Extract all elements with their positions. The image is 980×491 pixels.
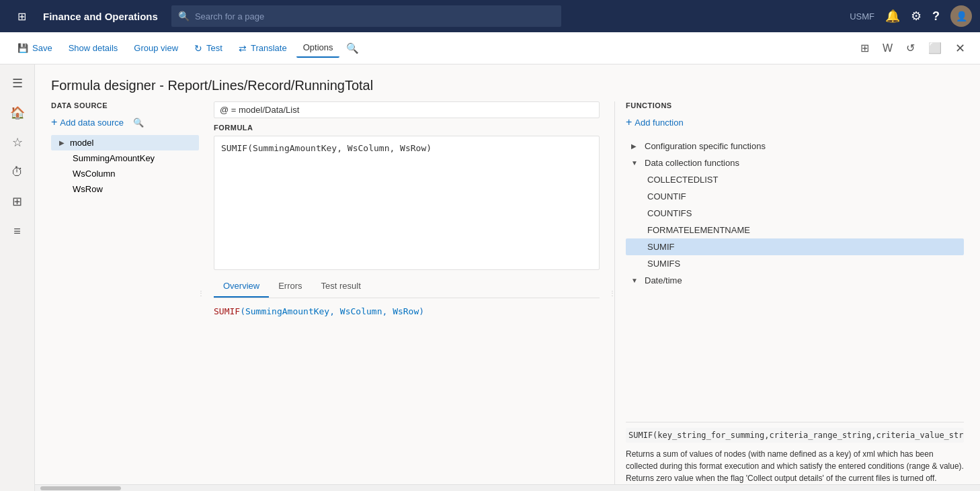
formula-editor[interactable]: [214, 136, 600, 270]
sidebar-home-icon[interactable]: 🏠: [4, 99, 31, 126]
user-company: USMF: [850, 11, 874, 21]
fn-sumif-label: SUMIF: [647, 242, 674, 252]
tree-child-wscolumn[interactable]: WsColumn: [51, 166, 199, 181]
fn-formatelementname-label: FORMATELEMENTNAME: [647, 225, 750, 235]
translate-label: Translate: [251, 43, 287, 53]
tree-root-model[interactable]: ▶ model: [51, 135, 199, 150]
overview-content: SUMIF(SummingAmountKey, WsColumn, WsRow): [214, 298, 600, 324]
fn-item-collectedlist[interactable]: COLLECTEDLIST: [626, 171, 964, 188]
fn-group-config-label: Configuration specific functions: [645, 141, 766, 151]
reload-icon[interactable]: ↺: [902, 38, 919, 58]
fn-signature: SUMIF(key_string_for_summing,criteria_ra…: [626, 428, 964, 443]
save-button[interactable]: 💾 Save: [11, 39, 59, 57]
data-source-actions: + Add data source 🔍: [51, 115, 199, 130]
expand-model-icon: ▶: [56, 139, 67, 146]
fn-group-datetime-label: Date/time: [645, 275, 682, 285]
functions-panel: FUNCTIONS + Add function ▶ Configuration…: [614, 101, 964, 484]
fn-group-config[interactable]: ▶ Configuration specific functions: [626, 138, 964, 154]
test-label: Test: [206, 43, 222, 53]
search-placeholder: Search for a page: [195, 11, 264, 21]
overview-param2: WsColumn: [340, 306, 382, 316]
page-title: Formula designer - Report/Lines/Record/R…: [35, 64, 980, 101]
tree-root-label: model: [70, 138, 93, 148]
top-nav-bar: ⊞ Finance and Operations 🔍 Search for a …: [0, 0, 980, 32]
wsrow-label: WsRow: [73, 184, 103, 194]
fn-item-formatelementname[interactable]: FORMATELEMENTNAME: [626, 222, 964, 238]
settings-icon[interactable]: ⚙: [911, 9, 922, 24]
toolbar-right: ⊞ W ↺ ⬜ ✕: [856, 37, 969, 60]
fn-item-sumifs[interactable]: SUMIFS: [626, 255, 964, 272]
save-icon: 💾: [17, 43, 28, 53]
options-button[interactable]: Options: [296, 38, 340, 58]
grid-menu-icon[interactable]: ⊞: [8, 3, 35, 30]
help-icon[interactable]: ?: [932, 9, 940, 24]
data-source-tree: ▶ model SummingAmountKey WsColumn WsRow: [51, 135, 199, 197]
show-details-button[interactable]: Show details: [62, 39, 125, 57]
summingamountkey-label: SummingAmountKey: [73, 153, 155, 163]
avatar[interactable]: 👤: [950, 5, 972, 27]
functions-title: FUNCTIONS: [626, 101, 964, 109]
horizontal-scrollbar[interactable]: [35, 484, 980, 491]
translate-icon: ⇄: [239, 43, 247, 54]
tab-overview[interactable]: Overview: [214, 275, 269, 298]
search-icon: 🔍: [178, 11, 190, 21]
tab-errors[interactable]: Errors: [269, 275, 311, 298]
sidebar-list-icon[interactable]: ≡: [4, 218, 31, 244]
sidebar-hamburger-icon[interactable]: ☰: [4, 70, 31, 97]
add-ds-label: Add data source: [60, 118, 124, 128]
overview-param3: WsRow: [393, 306, 419, 316]
overview-param1: SummingAmountKey: [245, 306, 329, 316]
sidebar-star-icon[interactable]: ☆: [4, 129, 31, 156]
add-ds-plus-icon: +: [51, 116, 57, 128]
view-toggle-icon[interactable]: ⊞: [856, 38, 873, 58]
expand-config-icon: ▶: [631, 142, 641, 150]
top-bar-right: USMF 🔔 ⚙ ? 👤: [850, 5, 972, 27]
fn-item-countifs[interactable]: COUNTIFS: [626, 205, 964, 222]
add-fn-plus-icon: +: [626, 116, 632, 128]
fn-item-countif[interactable]: COUNTIF: [626, 188, 964, 205]
functions-actions: + Add function: [626, 115, 964, 130]
expand-datacollection-icon: ▼: [631, 159, 641, 167]
function-description: SUMIF(key_string_for_summing,criteria_ra…: [626, 422, 964, 484]
group-view-button[interactable]: Group view: [127, 39, 185, 57]
close-icon[interactable]: ✕: [951, 37, 969, 60]
data-source-panel: DATA SOURCE + Add data source 🔍 ▶ model: [51, 101, 199, 484]
add-data-source-button[interactable]: + Add data source: [51, 115, 124, 130]
search-ds-button[interactable]: 🔍: [133, 116, 144, 129]
expand-icon[interactable]: ⬜: [924, 38, 946, 58]
options-label: Options: [303, 42, 333, 52]
word-icon[interactable]: W: [879, 38, 897, 58]
formula-label: FORMULA: [214, 124, 600, 132]
expand-datetime-icon: ▼: [631, 277, 641, 284]
search-toolbar-icon[interactable]: 🔍: [342, 38, 363, 58]
main-layout: ☰ 🏠 ☆ ⏱ ⊞ ≡ Formula designer - Report/Li…: [0, 64, 980, 491]
sidebar-recent-icon[interactable]: ⏱: [4, 159, 31, 185]
data-source-title: DATA SOURCE: [51, 101, 199, 109]
translate-button[interactable]: ⇄ Translate: [232, 39, 294, 58]
toolbar: 💾 Save Show details Group view ↻ Test ⇄ …: [0, 32, 980, 64]
fn-sumifs-label: SUMIFS: [647, 259, 680, 269]
content-area: Formula designer - Report/Lines/Record/R…: [35, 64, 980, 491]
add-function-button[interactable]: + Add function: [626, 115, 684, 130]
group-view-label: Group view: [134, 43, 178, 53]
fn-item-sumif[interactable]: SUMIF: [626, 238, 964, 255]
tree-child-wsrow[interactable]: WsRow: [51, 181, 199, 197]
functions-list: ▶ Configuration specific functions ▼ Dat…: [626, 138, 964, 419]
test-button[interactable]: ↻ Test: [188, 39, 229, 58]
fn-countifs-label: COUNTIFS: [647, 208, 692, 218]
panels: DATA SOURCE + Add data source 🔍 ▶ model: [35, 101, 980, 484]
add-fn-label: Add function: [635, 118, 683, 128]
tree-child-summingamountkey[interactable]: SummingAmountKey: [51, 150, 199, 166]
tab-test-result[interactable]: Test result: [312, 275, 370, 298]
sidebar-workspace-icon[interactable]: ⊞: [4, 188, 31, 215]
overview-params: (: [240, 306, 245, 316]
search-box[interactable]: 🔍 Search for a page: [171, 5, 561, 27]
search-ds-icon: 🔍: [133, 118, 144, 128]
fn-group-datetime[interactable]: ▼ Date/time: [626, 272, 964, 289]
show-details-label: Show details: [69, 43, 118, 53]
formula-panel: @ = model/Data/List FORMULA Overview Err…: [203, 101, 610, 484]
notification-icon[interactable]: 🔔: [885, 9, 900, 24]
save-label: Save: [32, 43, 52, 53]
fn-group-datacollection-label: Data collection functions: [645, 158, 739, 168]
fn-group-datacollection[interactable]: ▼ Data collection functions: [626, 154, 964, 171]
